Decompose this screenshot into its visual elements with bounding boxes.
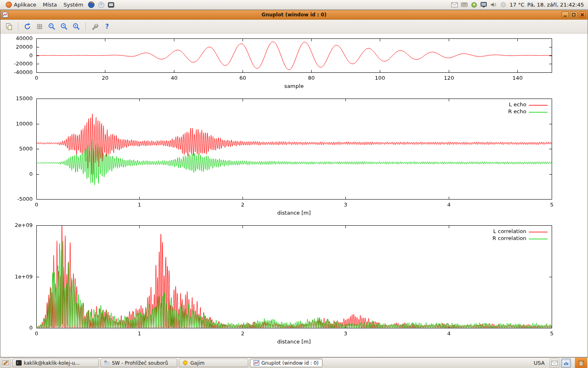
- plot-area: [0, 34, 588, 357]
- copy-icon[interactable]: [4, 21, 14, 32]
- keyboard-icon[interactable]: [461, 2, 468, 8]
- minimize-button[interactable]: [561, 11, 569, 18]
- chart-echo[interactable]: [0, 94, 588, 220]
- configure-icon[interactable]: [89, 21, 100, 32]
- screenshot-icon[interactable]: [107, 1, 115, 9]
- toolbar-separator: [85, 22, 86, 31]
- show-desktop-icon[interactable]: [1, 359, 11, 368]
- taskbar-window-terminal[interactable]: kaklik@kaklik-kolej-u...: [12, 359, 99, 367]
- taskbar-window-label: Gajim: [190, 360, 205, 366]
- titlebar[interactable]: Gnuplot (window id : 0): [0, 10, 588, 20]
- volume-icon[interactable]: [490, 2, 497, 8]
- taskbar-window-label: SW - Prohlížeč souborů: [112, 360, 168, 366]
- gnuplot-window: Gnuplot (window id : 0): [0, 10, 588, 357]
- trash-icon[interactable]: [575, 358, 587, 368]
- svg-text:?: ?: [105, 23, 109, 30]
- help-icon[interactable]: ?: [102, 21, 112, 32]
- clock[interactable]: Pá, 18. září, 21:42:45: [527, 2, 584, 8]
- ubuntu-logo-icon: [6, 2, 12, 8]
- gajim-icon: [182, 360, 188, 366]
- zoom-next-icon[interactable]: [59, 21, 69, 32]
- chart-correlation[interactable]: [0, 220, 588, 349]
- autoscale-icon[interactable]: [71, 21, 82, 32]
- taskbar-window-label: Gnuplot (window id : 0): [261, 360, 318, 366]
- window-buttons: [561, 11, 586, 18]
- panel-tray: 17 °C Pá, 18. září, 21:42:45: [451, 2, 586, 8]
- gnuplot-icon: [253, 360, 259, 366]
- toolbar: ?: [0, 20, 588, 34]
- gnuplot-window-icon: [2, 11, 9, 18]
- menu-system-label: Systém: [63, 2, 83, 8]
- updates-icon[interactable]: [470, 2, 477, 8]
- taskbar-window-file-manager[interactable]: SW - Prohlížeč souborů: [100, 359, 177, 367]
- weather-icon: [500, 2, 507, 8]
- menu-places[interactable]: Místa: [40, 0, 60, 10]
- mail-tray-icon[interactable]: [550, 359, 559, 368]
- taskbar-window-label: kaklik@kaklik-kolej-u...: [24, 360, 80, 366]
- taskbar-window-gnuplot[interactable]: Gnuplot (window id : 0): [250, 359, 323, 367]
- menu-places-label: Místa: [43, 2, 57, 8]
- top-panel: Aplikace Místa Systém 17 °C: [0, 0, 588, 10]
- chart-sample-waveform[interactable]: [0, 34, 588, 94]
- chart-tray-icon[interactable]: [561, 359, 571, 368]
- taskbar-window-gajim[interactable]: Gajim: [179, 359, 248, 367]
- menu-applications-label: Aplikace: [14, 2, 36, 8]
- taskbar: kaklik@kaklik-kolej-u... SW - Prohlížeč …: [0, 357, 588, 368]
- mail-icon[interactable]: [451, 2, 458, 8]
- toolbar-separator: [18, 22, 18, 31]
- file-manager-icon: [104, 360, 110, 366]
- maximize-button[interactable]: [570, 11, 577, 18]
- firefox-icon[interactable]: [88, 1, 95, 9]
- keyboard-layout-indicator[interactable]: USA: [530, 360, 548, 366]
- menu-system[interactable]: Systém: [60, 0, 86, 10]
- replot-icon[interactable]: [22, 21, 33, 32]
- close-button[interactable]: [579, 11, 586, 18]
- window-title: Gnuplot (window id : 0): [0, 12, 588, 18]
- display-icon[interactable]: [480, 2, 487, 8]
- menu-applications[interactable]: Aplikace: [2, 0, 40, 10]
- help-icon[interactable]: [98, 1, 105, 9]
- temperature-indicator[interactable]: 17 °C: [510, 2, 524, 8]
- zoom-previous-icon[interactable]: [47, 21, 57, 32]
- grid-icon[interactable]: [34, 21, 45, 32]
- terminal-icon: [16, 360, 22, 366]
